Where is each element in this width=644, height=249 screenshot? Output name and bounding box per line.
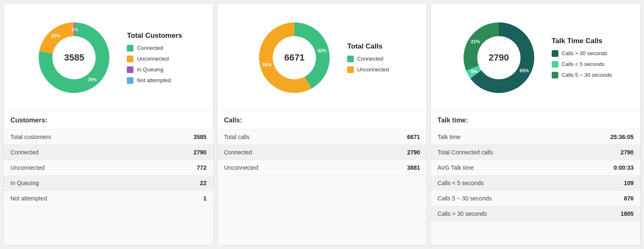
svg-text:4%: 4% [471, 69, 477, 74]
table-row: AVG Talk time0:00:33 [431, 160, 640, 176]
row-label: AVG Talk time [437, 164, 474, 171]
legend-item: Unconnected [347, 66, 389, 73]
row-value: 22 [200, 180, 207, 186]
table-row: Total customers3585 [4, 129, 213, 145]
row-label: Total customers [10, 134, 51, 140]
calls-stats-table: Total calls6671Connected2790Unconnected3… [217, 129, 427, 176]
talktime-donut: 65%4%31%2790 [459, 18, 538, 97]
row-value: 2790 [621, 149, 634, 156]
table-row: Calls > 30 seconds1805 [431, 206, 640, 222]
row-value: 25:36:05 [610, 134, 634, 140]
svg-text:42%: 42% [318, 48, 327, 53]
row-label: Connected [224, 149, 252, 156]
table-row: In Queuing22 [4, 176, 213, 191]
table-row: Total calls6671 [217, 129, 427, 145]
legend-color-box [347, 56, 354, 62]
legend-item: Calls 5 ~ 30 seconds [552, 72, 612, 78]
legend-item: In Queuing [127, 66, 182, 73]
calls-chart-title: Total Calls [347, 42, 389, 51]
legend-label: Calls 5 ~ 30 seconds [562, 72, 612, 78]
table-row: Unconnected772 [4, 160, 213, 176]
talktime-stats-section: Talk time:Talk time25:36:05Total Connect… [431, 112, 640, 245]
row-label: Connected [10, 149, 39, 156]
customers-center-value: 3585 [64, 52, 84, 63]
customers-legend: Total CustomersConnectedUnconnectedIn Qu… [127, 32, 182, 84]
row-value: 3881 [407, 164, 420, 171]
legend-label: Unconnected [137, 56, 169, 62]
talktime-chart-title: Talk Time Calls [552, 37, 612, 45]
table-row: Connected2790 [217, 145, 427, 160]
row-label: Calls > 30 seconds [437, 210, 487, 217]
legend-label: Unconnected [357, 66, 389, 73]
card-talktime: 65%4%31%2790Talk Time CallsCalls > 30 se… [430, 3, 641, 246]
calls-stats-section: Calls:Total calls6671Connected2790Unconn… [217, 112, 427, 245]
legend-color-box [127, 45, 133, 51]
table-row: Talk time25:36:05 [431, 129, 640, 145]
legend-label: Not attempted [137, 77, 171, 83]
legend-item: Unconnected [127, 56, 182, 62]
row-value: 772 [197, 164, 206, 171]
customers-chart-section: 78%22%1%3585Total CustomersConnectedUnco… [4, 4, 213, 112]
legend-label: Calls > 30 seconds [562, 50, 607, 56]
legend-item: Calls < 5 seconds [552, 61, 612, 68]
table-row: Total Connected calls2790 [431, 145, 640, 160]
legend-item: Connected [127, 45, 182, 51]
dashboard: 78%22%1%3585Total CustomersConnectedUnco… [0, 0, 644, 249]
row-label: In Queuing [10, 180, 39, 186]
legend-color-box [347, 66, 354, 73]
card-calls: 42%58%6671Total CallsConnectedUnconnecte… [217, 3, 427, 246]
customers-stats-section: Customers:Total customers3585Connected27… [4, 112, 213, 245]
svg-text:58%: 58% [262, 62, 271, 67]
legend-item: Calls > 30 seconds [552, 50, 612, 57]
row-value: 1 [203, 195, 207, 202]
svg-text:22%: 22% [52, 33, 61, 38]
legend-color-box [127, 56, 133, 62]
legend-label: Connected [137, 45, 163, 51]
talktime-stats-table: Talk time25:36:05Total Connected calls27… [431, 129, 640, 222]
calls-chart-section: 42%58%6671Total CallsConnectedUnconnecte… [217, 4, 427, 112]
legend-label: Calls < 5 seconds [562, 61, 605, 67]
customers-section-title: Customers: [4, 112, 213, 129]
talktime-section-title: Talk time: [431, 112, 640, 129]
row-label: Unconnected [10, 164, 45, 171]
calls-center-value: 6671 [284, 52, 305, 63]
svg-text:1%: 1% [72, 27, 78, 32]
table-row: Unconnected3881 [217, 160, 427, 176]
talktime-center-value: 2790 [489, 52, 509, 63]
table-row: Connected2790 [4, 145, 213, 160]
row-label: Calls < 5 seconds [437, 180, 484, 186]
legend-item: Connected [347, 56, 389, 62]
row-value: 109 [624, 180, 634, 186]
legend-color-box [552, 50, 558, 57]
svg-text:78%: 78% [88, 77, 97, 82]
row-label: Unconnected [224, 164, 259, 171]
talktime-legend: Talk Time CallsCalls > 30 secondsCalls <… [552, 37, 612, 78]
row-label: Total Connected calls [437, 149, 493, 156]
legend-label: Connected [357, 56, 383, 62]
row-value: 1805 [621, 210, 634, 217]
customers-chart-title: Total Customers [127, 32, 182, 40]
customers-stats-table: Total customers3585Connected2790Unconnec… [4, 129, 213, 206]
row-value: 2790 [407, 149, 420, 156]
table-row: Not attempted1 [4, 191, 213, 206]
card-customers: 78%22%1%3585Total CustomersConnectedUnco… [3, 3, 214, 246]
row-label: Talk time [437, 134, 460, 140]
svg-text:31%: 31% [471, 39, 480, 44]
row-value: 2790 [194, 149, 207, 156]
calls-donut: 42%58%6671 [255, 18, 334, 97]
legend-item: Not attempted [127, 77, 182, 84]
row-label: Calls 5 ~ 30 seconds [437, 195, 491, 202]
row-value: 3585 [194, 134, 207, 140]
row-value: 6671 [407, 134, 420, 140]
row-label: Total calls [224, 134, 249, 140]
row-label: Not attempted [10, 195, 47, 202]
legend-color-box [127, 66, 133, 73]
row-value: 0:00:33 [614, 164, 634, 171]
table-row: Calls < 5 seconds109 [431, 176, 640, 191]
calls-section-title: Calls: [217, 112, 427, 129]
customers-donut: 78%22%1%3585 [35, 18, 114, 97]
legend-label: In Queuing [137, 66, 163, 73]
svg-text:65%: 65% [520, 68, 529, 73]
legend-color-box [552, 61, 558, 68]
legend-color-box [127, 77, 133, 84]
